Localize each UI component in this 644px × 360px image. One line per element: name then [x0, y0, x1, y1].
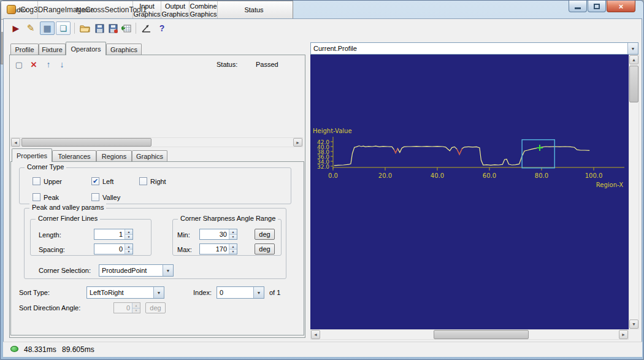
app-icon — [7, 5, 16, 14]
checkbox-label: Upper — [44, 178, 62, 185]
checkbox-upper[interactable]: Upper — [33, 177, 62, 185]
tab-sub-graphics[interactable]: Graphics — [132, 150, 167, 161]
tool-display-icon: ▦ — [43, 23, 51, 33]
edit-tool-button[interactable]: ✎ — [24, 21, 37, 35]
tab-regions[interactable]: Regions — [96, 150, 132, 161]
spacing-value[interactable]: 0 — [94, 244, 125, 254]
execution-time: 48.331ms — [24, 345, 56, 354]
sort-type-dropdown[interactable]: LeftToRight — [86, 286, 164, 299]
x-axis-title: Region-X — [596, 182, 623, 188]
scrollbar-thumb[interactable] — [434, 330, 529, 339]
scrollbar-thumb[interactable] — [629, 66, 638, 102]
save-results-button[interactable] — [106, 21, 120, 35]
spin-up-button[interactable] — [229, 244, 237, 250]
scrollbar-thumb[interactable] — [21, 138, 151, 147]
operators-hscrollbar[interactable] — [10, 137, 303, 147]
tab-label: Properties — [17, 152, 47, 159]
checkbox-left[interactable]: Left — [91, 177, 113, 185]
deg-label: deg — [259, 231, 270, 238]
add-operator-button[interactable]: ▢ — [13, 58, 25, 71]
spin-up-button[interactable] — [125, 229, 132, 235]
checkbox-label: Right — [150, 178, 166, 185]
open-button[interactable] — [78, 21, 91, 35]
min-angle-stepper[interactable]: 30 — [199, 229, 237, 240]
move-up-icon: ↑ — [47, 59, 51, 69]
scroll-right-button[interactable] — [293, 138, 302, 147]
profile-plot[interactable]: 0.020.040.060.080.0100.042.040.038.036.0… — [310, 55, 629, 329]
maximize-button[interactable] — [588, 1, 606, 12]
x-tick-label: 100.0 — [585, 172, 603, 179]
chevron-down-icon[interactable] — [153, 287, 164, 298]
help-button[interactable]: ? — [155, 21, 169, 35]
float-results-button[interactable]: ❏ — [56, 21, 71, 35]
index-dropdown[interactable]: 0 — [217, 286, 264, 299]
index-label: Index: — [193, 289, 212, 296]
minimize-button[interactable] — [569, 1, 587, 12]
length-stepper[interactable]: 1 — [94, 229, 133, 240]
move-operator-up-button[interactable]: ↑ — [42, 58, 55, 71]
checkbox-peak[interactable]: Peak — [33, 193, 59, 201]
help-icon: ? — [159, 23, 165, 33]
delete-operator-button[interactable]: ✕ — [28, 58, 40, 71]
scroll-up-button[interactable] — [629, 55, 638, 64]
x-tick-label: 60.0 — [483, 172, 496, 179]
scroll-down-button[interactable] — [629, 320, 638, 329]
tab-label: Operators — [71, 45, 101, 53]
save-button[interactable] — [93, 21, 106, 35]
tab-graphics[interactable]: Graphics — [106, 44, 142, 55]
checkbox-right[interactable]: Right — [139, 177, 166, 185]
checkbox-icon[interactable] — [33, 177, 40, 185]
tab-label: Profile — [15, 46, 34, 53]
corner-selection-dropdown[interactable]: ProtrudedPoint — [99, 264, 174, 277]
spin-up-button[interactable] — [125, 244, 132, 250]
checkbox-icon[interactable] — [91, 177, 99, 185]
tab-profile[interactable]: Profile — [10, 44, 39, 55]
import-image-button[interactable] — [120, 21, 133, 35]
tab-tolerances[interactable]: Tolerances — [52, 150, 96, 161]
checkbox-icon[interactable] — [139, 177, 147, 185]
scroll-left-button[interactable] — [311, 330, 320, 339]
series-corner-candidate-1 — [394, 148, 397, 153]
selection-box[interactable] — [522, 140, 554, 168]
chevron-down-icon[interactable] — [253, 287, 264, 298]
tab-operators[interactable]: Operators — [66, 42, 106, 55]
show-tool-display-button[interactable]: ▦ — [40, 21, 55, 35]
chevron-down-icon[interactable] — [163, 265, 173, 276]
profile-plot-canvas[interactable]: 0.020.040.060.080.0100.042.040.038.036.0… — [310, 55, 629, 329]
tab-properties[interactable]: Properties — [12, 148, 52, 162]
max-angle-stepper[interactable]: 170 — [199, 243, 237, 255]
plot-hscrollbar[interactable] — [310, 329, 629, 340]
sort-type-value: LeftToRight — [87, 289, 153, 296]
checkbox-valley[interactable]: Valley — [91, 193, 120, 201]
scroll-right-button[interactable] — [619, 330, 628, 339]
display-record-dropdown[interactable]: Current.Profile — [310, 42, 638, 55]
close-button[interactable]: × — [607, 1, 635, 12]
tab-fixture[interactable]: Fixture — [39, 44, 66, 55]
spin-down-button[interactable] — [125, 250, 132, 255]
titlebar[interactable]: Cog3DRangeImageCrossSectionTool1 × — [1, 1, 643, 18]
display-record-value: Current.Profile — [311, 45, 627, 52]
move-operator-down-button[interactable]: ↓ — [56, 58, 68, 71]
corner-selection-label: Corner Selection: — [39, 267, 91, 274]
min-deg-button[interactable]: deg — [255, 229, 275, 240]
length-label: Length: — [39, 231, 61, 239]
spacing-stepper[interactable]: 0 — [94, 243, 133, 255]
operator-status-label: Status: — [217, 61, 237, 68]
spin-down-button[interactable] — [125, 235, 132, 240]
spin-down-button[interactable] — [229, 250, 237, 255]
max-angle-value[interactable]: 170 — [200, 244, 229, 254]
max-deg-button[interactable]: deg — [255, 243, 275, 255]
plot-vscrollbar[interactable] — [629, 55, 639, 329]
chevron-down-icon[interactable] — [627, 43, 638, 54]
spacing-label: Spacing: — [39, 246, 65, 253]
measure-angle-button[interactable] — [139, 21, 153, 35]
import-grid-icon — [121, 24, 131, 33]
length-value[interactable]: 1 — [94, 229, 125, 239]
min-angle-value[interactable]: 30 — [200, 229, 229, 239]
run-button[interactable]: ▶ — [9, 21, 23, 35]
spin-down-button[interactable] — [229, 235, 237, 240]
spin-up-button[interactable] — [229, 229, 237, 235]
scroll-left-button[interactable] — [11, 138, 20, 147]
checkbox-icon[interactable] — [33, 193, 40, 201]
checkbox-icon[interactable] — [91, 193, 99, 201]
